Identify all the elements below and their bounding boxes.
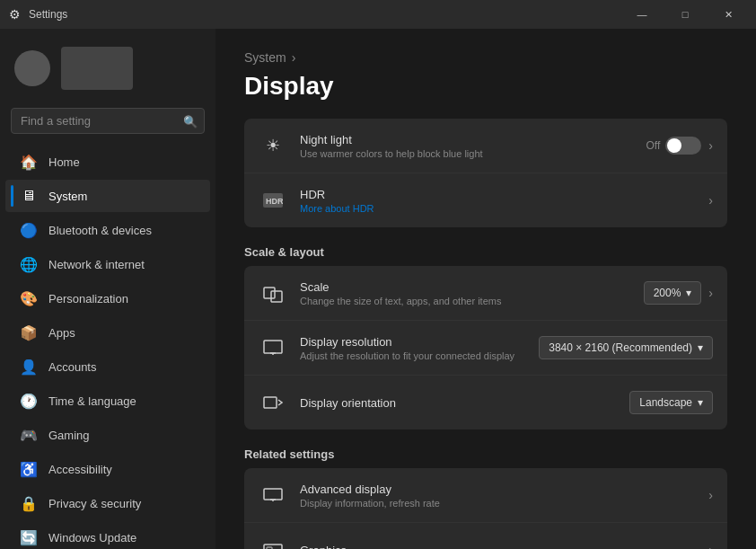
scale-title: Scale bbox=[300, 280, 644, 294]
breadcrumb: System › bbox=[244, 50, 727, 65]
sidebar-item-bluetooth-label: Bluetooth & devices bbox=[48, 224, 152, 237]
display-orientation-dropdown-chevron-icon: ▾ bbox=[698, 396, 703, 409]
scale-control: 200% ▾ › bbox=[644, 281, 713, 305]
time-icon: 🕐 bbox=[20, 392, 38, 410]
sidebar-item-gaming-label: Gaming bbox=[48, 429, 90, 442]
scale-layout-card: Scale Change the size of text, apps, and… bbox=[244, 266, 727, 429]
sidebar-item-accessibility-label: Accessibility bbox=[48, 463, 112, 476]
sidebar-item-bluetooth[interactable]: 🔵 Bluetooth & devices bbox=[5, 214, 210, 246]
display-resolution-icon bbox=[259, 333, 287, 362]
sidebar-item-system-label: System bbox=[48, 190, 87, 203]
titlebar-title: Settings bbox=[29, 8, 67, 21]
accounts-icon: 👤 bbox=[20, 358, 38, 376]
advanced-display-title: Advanced display bbox=[300, 483, 708, 496]
svg-rect-2 bbox=[264, 288, 275, 298]
minimize-button[interactable]: — bbox=[621, 0, 663, 29]
night-light-subtitle: Use warmer colors to help block blue lig… bbox=[300, 148, 646, 159]
search-icon: 🔍 bbox=[183, 114, 198, 128]
profile-section bbox=[0, 36, 215, 104]
advanced-display-subtitle: Display information, refresh rate bbox=[300, 498, 708, 509]
scale-dropdown-chevron-icon: ▾ bbox=[686, 287, 691, 299]
graphics-icon bbox=[259, 536, 287, 549]
gaming-icon: 🎮 bbox=[20, 426, 38, 444]
night-light-toggle[interactable] bbox=[665, 137, 701, 155]
settings-app-icon: ⚙ bbox=[7, 7, 22, 22]
search-box[interactable]: 🔍 bbox=[11, 108, 205, 134]
sidebar-item-gaming[interactable]: 🎮 Gaming bbox=[5, 419, 210, 451]
display-resolution-value: 3840 × 2160 (Recommended) bbox=[549, 341, 692, 354]
hdr-text: HDR More about HDR bbox=[300, 188, 708, 214]
sidebar-item-apps[interactable]: 📦 Apps bbox=[5, 316, 210, 349]
night-light-text: Night light Use warmer colors to help bl… bbox=[300, 133, 646, 159]
scale-row[interactable]: Scale Change the size of text, apps, and… bbox=[244, 266, 727, 321]
hdr-row[interactable]: HDR HDR More about HDR › bbox=[244, 173, 727, 227]
display-orientation-dropdown[interactable]: Landscape ▾ bbox=[629, 391, 713, 414]
close-button[interactable]: ✕ bbox=[708, 0, 749, 29]
page-title: Display bbox=[244, 72, 727, 101]
sidebar-item-accounts-label: Accounts bbox=[48, 360, 96, 374]
hdr-icon: HDR bbox=[259, 186, 287, 215]
content-area: System › Display ☀ Night light Use warme… bbox=[215, 29, 756, 549]
maximize-button[interactable]: □ bbox=[664, 0, 706, 29]
sidebar: 🔍 🏠 Home 🖥 System 🔵 Bluetooth & devices … bbox=[0, 29, 215, 549]
personalization-icon: 🎨 bbox=[20, 289, 38, 307]
hdr-title: HDR bbox=[300, 188, 708, 201]
graphics-title: Graphics bbox=[300, 544, 708, 550]
related-settings-card: Advanced display Display information, re… bbox=[244, 468, 727, 549]
top-settings-card: ☀ Night light Use warmer colors to help … bbox=[244, 119, 727, 227]
sidebar-item-accessibility[interactable]: ♿ Accessibility bbox=[5, 453, 210, 485]
sidebar-item-personalization[interactable]: 🎨 Personalization bbox=[5, 282, 210, 314]
bluetooth-icon: 🔵 bbox=[20, 221, 38, 239]
scale-chevron-icon: › bbox=[708, 286, 713, 300]
scale-dropdown[interactable]: 200% ▾ bbox=[644, 281, 702, 305]
display-resolution-control: 3840 × 2160 (Recommended) ▾ bbox=[539, 336, 713, 359]
graphics-text: Graphics bbox=[300, 544, 708, 550]
titlebar-left: ⚙ Settings bbox=[7, 7, 67, 22]
night-light-title: Night light bbox=[300, 133, 646, 146]
sidebar-item-system[interactable]: 🖥 System bbox=[5, 180, 210, 212]
night-light-toggle-wrap: Off bbox=[646, 137, 702, 155]
titlebar-controls: — □ ✕ bbox=[621, 0, 749, 29]
hdr-chevron-icon: › bbox=[708, 193, 713, 208]
night-light-chevron-icon: › bbox=[708, 138, 713, 153]
display-resolution-subtitle: Adjust the resolution to fit your connec… bbox=[300, 350, 539, 361]
night-light-control: Off › bbox=[646, 137, 713, 155]
profile-picture bbox=[61, 47, 133, 90]
graphics-chevron-icon: › bbox=[708, 543, 713, 549]
scale-layout-label: Scale & layout bbox=[244, 245, 727, 259]
svg-rect-8 bbox=[264, 489, 282, 500]
related-settings-section: Related settings Advanced display Displa… bbox=[244, 447, 727, 549]
breadcrumb-parent[interactable]: System bbox=[244, 50, 286, 65]
night-light-row[interactable]: ☀ Night light Use warmer colors to help … bbox=[244, 119, 727, 173]
display-orientation-value: Landscape bbox=[639, 396, 692, 409]
graphics-control: › bbox=[708, 543, 713, 549]
sidebar-item-windows-update[interactable]: 🔄 Windows Update bbox=[5, 521, 210, 549]
graphics-row[interactable]: Graphics › bbox=[244, 523, 727, 549]
search-input[interactable] bbox=[11, 108, 205, 134]
svg-text:HDR: HDR bbox=[266, 197, 283, 206]
accessibility-icon: ♿ bbox=[20, 460, 38, 478]
advanced-display-text: Advanced display Display information, re… bbox=[300, 483, 708, 509]
windows-update-icon: 🔄 bbox=[20, 528, 38, 546]
sidebar-item-time-label: Time & language bbox=[48, 394, 136, 408]
sidebar-item-privacy[interactable]: 🔒 Privacy & security bbox=[5, 487, 210, 519]
sidebar-item-apps-label: Apps bbox=[48, 326, 75, 340]
related-settings-label: Related settings bbox=[244, 447, 727, 461]
display-resolution-row[interactable]: Display resolution Adjust the resolution… bbox=[244, 321, 727, 376]
app-body: 🔍 🏠 Home 🖥 System 🔵 Bluetooth & devices … bbox=[0, 29, 756, 549]
privacy-icon: 🔒 bbox=[20, 494, 38, 512]
sidebar-item-network[interactable]: 🌐 Network & internet bbox=[5, 248, 210, 280]
display-resolution-dropdown[interactable]: 3840 × 2160 (Recommended) ▾ bbox=[539, 336, 713, 359]
display-orientation-control: Landscape ▾ bbox=[629, 391, 713, 414]
sidebar-item-home[interactable]: 🏠 Home bbox=[5, 146, 210, 178]
display-orientation-row[interactable]: Display orientation Landscape ▾ bbox=[244, 376, 727, 429]
home-icon: 🏠 bbox=[20, 153, 38, 171]
hdr-control: › bbox=[708, 193, 713, 208]
advanced-display-row[interactable]: Advanced display Display information, re… bbox=[244, 468, 727, 523]
scale-value: 200% bbox=[654, 287, 681, 299]
network-icon: 🌐 bbox=[20, 255, 38, 273]
sidebar-item-time[interactable]: 🕐 Time & language bbox=[5, 385, 210, 417]
display-resolution-title: Display resolution bbox=[300, 335, 539, 349]
scale-layout-section: Scale & layout Scale Change the size of … bbox=[244, 245, 727, 429]
sidebar-item-accounts[interactable]: 👤 Accounts bbox=[5, 350, 210, 383]
